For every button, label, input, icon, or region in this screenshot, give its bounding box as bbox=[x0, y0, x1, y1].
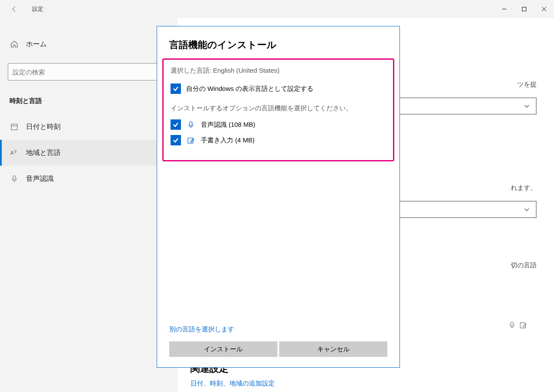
chevron-down-icon bbox=[524, 103, 530, 109]
svg-text:A: A bbox=[10, 150, 14, 155]
svg-rect-1 bbox=[522, 7, 526, 11]
dropdown-2[interactable] bbox=[398, 201, 537, 218]
cancel-button[interactable]: キャンセル bbox=[279, 341, 387, 357]
home-label: ホーム bbox=[26, 40, 47, 49]
speech-option-row[interactable]: 音声認識 (108 MB) bbox=[171, 119, 386, 130]
handwriting-option-row[interactable]: 手書き入力 (4 MB) bbox=[171, 135, 386, 145]
svg-rect-10 bbox=[188, 138, 193, 143]
maximize-button[interactable] bbox=[514, 2, 534, 16]
sidebar: ホーム 時刻と言語 日付と時刻 A字 地域と言語 音声認識 bbox=[0, 18, 177, 392]
svg-rect-8 bbox=[520, 323, 525, 328]
nav-label: 地域と言語 bbox=[26, 148, 61, 157]
highlight-annotation: 選択した言語: English (United States) 自分の Wind… bbox=[162, 58, 394, 161]
microphone-icon bbox=[508, 321, 516, 331]
titlebar: 設定 bbox=[0, 0, 554, 18]
home-icon bbox=[10, 39, 19, 49]
nav-region-language[interactable]: A字 地域と言語 bbox=[0, 140, 177, 166]
window-title: 設定 bbox=[32, 5, 43, 13]
dropdown-1[interactable] bbox=[398, 97, 537, 115]
chevron-down-icon bbox=[524, 206, 530, 212]
options-instructions: インストールするオプションの言語機能を選択してください。 bbox=[171, 104, 386, 112]
selected-language-label: 選択した言語: English (United States) bbox=[171, 67, 386, 75]
window-controls bbox=[494, 2, 554, 16]
minimize-button[interactable] bbox=[494, 2, 514, 16]
handwriting-icon bbox=[519, 321, 527, 331]
set-display-language-row[interactable]: 自分の Windows の表示言語として設定する bbox=[171, 84, 386, 94]
svg-rect-9 bbox=[190, 122, 192, 125]
mini-icons bbox=[508, 321, 527, 331]
sidebar-section-title: 時刻と言語 bbox=[0, 91, 177, 114]
dialog-title: 言語機能のインストール bbox=[157, 39, 399, 58]
nav-date-time[interactable]: 日付と時刻 bbox=[0, 114, 177, 140]
related-link[interactable]: 日付、時刻、地域の追加設定 bbox=[190, 379, 275, 388]
search-box[interactable] bbox=[8, 63, 170, 80]
handwriting-label: 手書き入力 (4 MB) bbox=[201, 136, 254, 145]
svg-rect-7 bbox=[511, 322, 513, 326]
back-button[interactable] bbox=[6, 1, 23, 17]
search-input[interactable] bbox=[13, 68, 165, 76]
close-button[interactable] bbox=[534, 2, 554, 16]
microphone-icon bbox=[10, 174, 19, 183]
calendar-icon bbox=[10, 122, 19, 132]
checkbox-checked[interactable] bbox=[171, 119, 181, 130]
install-button[interactable]: インストール bbox=[169, 341, 277, 357]
handwriting-icon bbox=[186, 135, 196, 145]
choose-other-language-link[interactable]: 別の言語を選択します bbox=[157, 325, 399, 341]
checkbox-checked[interactable] bbox=[171, 84, 181, 94]
svg-rect-2 bbox=[11, 124, 17, 130]
nav-speech[interactable]: 音声認識 bbox=[0, 166, 177, 192]
svg-text:字: 字 bbox=[14, 150, 17, 153]
install-language-dialog: 言語機能のインストール 選択した言語: English (United Stat… bbox=[157, 26, 400, 368]
checkbox-checked[interactable] bbox=[171, 135, 181, 145]
svg-rect-6 bbox=[13, 176, 16, 180]
language-icon: A字 bbox=[10, 148, 19, 157]
home-nav[interactable]: ホーム bbox=[0, 31, 177, 57]
dialog-buttons: インストール キャンセル bbox=[157, 341, 399, 357]
set-display-label: 自分の Windows の表示言語として設定する bbox=[186, 85, 313, 93]
nav-label: 音声認識 bbox=[26, 174, 54, 183]
nav-label: 日付と時刻 bbox=[26, 122, 61, 132]
speech-label: 音声認識 (108 MB) bbox=[201, 121, 255, 129]
microphone-icon bbox=[186, 120, 196, 129]
